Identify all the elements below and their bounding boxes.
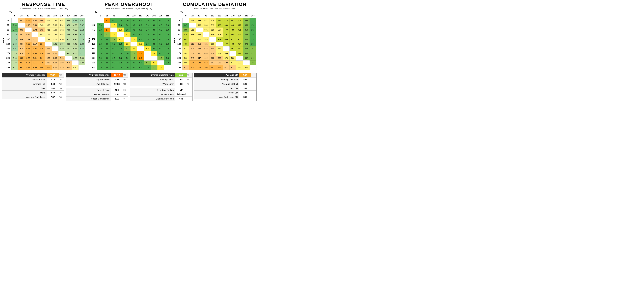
table-cell: 465 (230, 42, 236, 46)
rt-worst-value: 9.77 (47, 90, 59, 95)
table-cell: 0.0 (97, 56, 104, 60)
rt-rise-value: 7.18 (47, 78, 59, 82)
table-cell: 1.7 (124, 32, 130, 37)
table-cell: 7.99 (45, 32, 52, 37)
rt-dark-label: Average Dark Level (2, 95, 47, 99)
rt-best-value: 2.80 (47, 86, 59, 90)
table-cell (65, 56, 72, 60)
rt-stats: Average Response 7.83 ms Average Rise 7.… (2, 73, 64, 101)
table-cell: 8.52 (38, 28, 45, 32)
table-cell: 7.52 (58, 28, 65, 32)
table-cell: 1.2 (157, 56, 164, 60)
table-cell: 278 (250, 23, 256, 28)
table-cell: 0.0 (97, 60, 104, 65)
table-cell: 419 (236, 51, 243, 56)
table-cell: 501 (202, 28, 209, 32)
table-cell: 494 (223, 32, 230, 37)
table-cell: 9.77 (25, 65, 32, 70)
table-cell: 349 (243, 18, 250, 23)
table-cell: 0.0 (144, 32, 150, 37)
table-cell: 424 (236, 32, 243, 37)
table-cell: 576 (202, 37, 209, 42)
rt-rise-label: Average Rise (2, 78, 47, 82)
table-cell: 9.29 (18, 56, 25, 60)
cumulative-deviation-matrix: From To 0265177102128153179204230255 056… (173, 11, 256, 70)
cd-fall-value: 590 (239, 82, 251, 86)
table-cell: 432 (236, 46, 243, 51)
rt-avg-value: 7.83 (47, 73, 59, 77)
cd-dark-value: 505 (239, 95, 251, 99)
table-cell: 0.0 (144, 37, 150, 42)
table-cell: 6.33 (72, 28, 78, 32)
table-cell: 647 (209, 60, 216, 65)
cd-stats: Average CD 509 Average CD Rise 428 Avera… (194, 73, 257, 101)
peak-overshoot-matrix: From To 0265177102128153179204230255 03.… (88, 11, 171, 70)
table-cell: 9.10 (45, 60, 52, 65)
ig-avgerr-value: 0.4 (175, 78, 187, 82)
cd-best-label: Best CD (194, 86, 240, 90)
table-cell: 480 (223, 23, 230, 28)
rt-worst-row: Worst 9.77 ms (2, 90, 64, 95)
rt-best-row: Best 2.80 ms (2, 86, 64, 90)
table-cell: 587 (216, 51, 223, 56)
table-cell: 519 (209, 18, 216, 23)
at-rise-row: Avg Total Rise 9.65 ms (66, 78, 128, 82)
table-cell: 0.0 (104, 46, 110, 51)
table-cell: 600 (209, 46, 216, 51)
response-time-table: 0265177102128153179204230255 08.829.468.… (5, 14, 85, 70)
table-cell: 505 (209, 32, 216, 37)
table-cell: 9.30 (32, 51, 38, 56)
table-cell: 8.10 (72, 65, 78, 70)
table-cell: 0.0 (104, 51, 110, 56)
table-cell: 7.50 (58, 37, 65, 42)
table-cell: 7.89 (52, 28, 58, 32)
peak-overshoot-section: PEAK OVERSHOOT How Much Response Exceeds… (87, 2, 171, 70)
cd-avg-unit (251, 73, 256, 77)
table-cell: 6.29 (72, 23, 78, 28)
table-cell: 0.0 (124, 28, 130, 32)
table-cell: 459 (230, 28, 236, 32)
rt-fall-label: Average Fall (2, 82, 47, 86)
cd-rise-row: Average CD Rise 428 (194, 78, 256, 82)
at-stats: Avg Total Response 10.17 ms Avg Total Ri… (66, 73, 128, 101)
table-cell: 0.0 (130, 23, 137, 28)
table-cell: 508 (202, 23, 209, 28)
table-cell: 1.3 (104, 32, 110, 37)
table-cell: 0.0 (164, 28, 171, 32)
at-rise-unit: ms (123, 78, 128, 82)
table-cell: 451 (230, 46, 236, 51)
table-cell: 635 (202, 51, 209, 56)
cd-worst-row: Worst CD 705 (194, 90, 256, 95)
table-cell: 632 (202, 46, 209, 51)
table-cell (243, 60, 250, 65)
table-cell: 573 (230, 60, 236, 65)
table-cell: 586 (196, 37, 202, 42)
table-cell: 0.0 (137, 37, 144, 42)
table-cell (18, 23, 25, 28)
at-rw-label: Refresh Window (66, 92, 111, 96)
matrix-inner-cd: To 0265177102128153179204230255 05695445… (176, 11, 256, 70)
table-cell: 617 (230, 65, 236, 70)
table-cell: 668 (202, 60, 209, 65)
table-cell (196, 28, 202, 32)
table-cell: 0.0 (150, 28, 157, 32)
table-cell (130, 42, 137, 46)
ig-empty-row (130, 86, 192, 88)
table-cell (45, 42, 52, 46)
table-cell: 0.0 (117, 46, 124, 51)
table-cell: 5.18 (12, 37, 18, 42)
table-cell (97, 18, 104, 23)
ig-od-label: Overdrive Setting (130, 88, 175, 92)
at-avg-label: Avg Total Response (66, 73, 111, 77)
ig-gc-label: Gamma Corrected (130, 97, 175, 101)
table-cell: 0.0 (110, 46, 117, 51)
table-cell: 392 (243, 56, 250, 60)
table-cell: 590 (189, 37, 196, 42)
table-cell: 0.0 (124, 23, 130, 28)
table-cell (164, 65, 171, 70)
ig-wsterr-row: Worst Error 3.3 % (130, 82, 192, 86)
table-cell: 0.0 (117, 65, 124, 70)
table-cell: 490 (223, 28, 230, 32)
table-cell: 0.0 (144, 65, 150, 70)
table-cell: 6.65 (72, 56, 78, 60)
